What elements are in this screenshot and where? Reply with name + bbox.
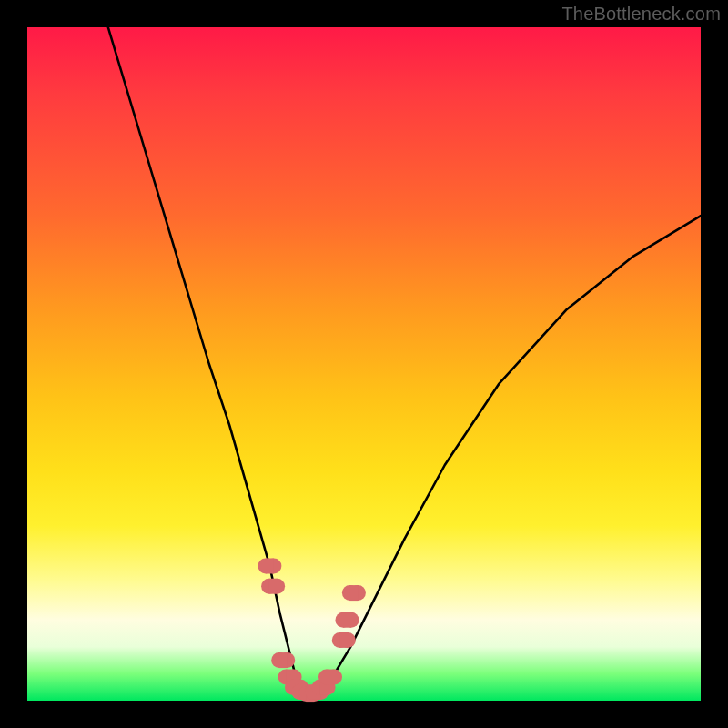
data-marker — [342, 585, 366, 601]
svg-rect-2 — [266, 559, 274, 574]
svg-rect-38 — [349, 585, 358, 601]
bottleneck-curve — [108, 27, 701, 697]
curve-markers — [258, 559, 366, 703]
data-marker — [332, 632, 356, 648]
data-marker — [271, 652, 295, 668]
data-marker — [336, 612, 359, 628]
watermark-text: TheBottleneck.com — [561, 4, 721, 25]
data-marker — [258, 559, 281, 574]
svg-rect-35 — [343, 612, 351, 628]
plot-area — [27, 27, 701, 701]
data-marker — [261, 579, 285, 594]
svg-rect-8 — [279, 652, 288, 668]
svg-rect-5 — [269, 579, 278, 594]
svg-rect-29 — [327, 670, 335, 685]
curve-svg — [27, 27, 701, 701]
svg-rect-32 — [339, 632, 348, 648]
chart-container: TheBottleneck.com — [0, 0, 728, 728]
data-marker — [318, 670, 342, 685]
